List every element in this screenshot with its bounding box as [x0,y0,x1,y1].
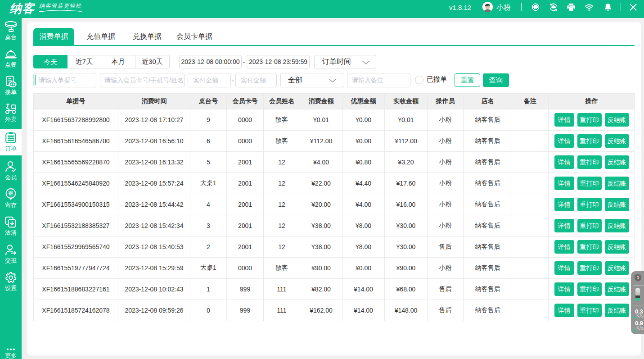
svg-text:寄: 寄 [8,191,14,197]
svg-text:1: 1 [637,275,639,280]
